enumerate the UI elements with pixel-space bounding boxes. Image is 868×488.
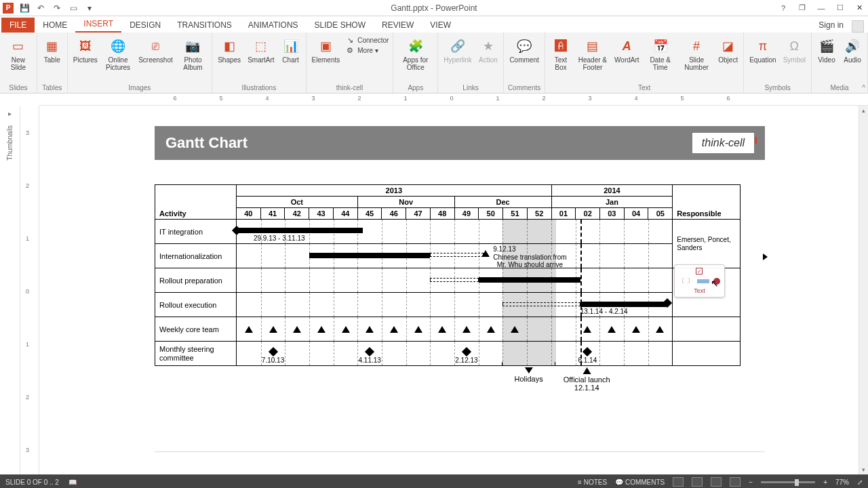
apps-button[interactable]: 🧩Apps for Office [397, 35, 433, 73]
ribbon-display-icon[interactable]: ❐ [796, 3, 808, 14]
tab-design[interactable]: DESIGN [121, 18, 169, 33]
undo-icon[interactable]: ↶ [35, 3, 46, 14]
group-thinkcell-label: think-cell [336, 84, 363, 92]
activity-intl: Internationalization [155, 244, 237, 268]
chart-button[interactable]: 📊Chart [280, 35, 302, 66]
tab-home[interactable]: HOME [35, 18, 75, 33]
comments-button[interactable]: 💬 COMMENTS [615, 479, 665, 486]
week-52: 52 [527, 208, 551, 220]
group-slides-label: Slides [9, 84, 27, 92]
timeline-intl[interactable]: 9.12.13Chinese translation from Mr. Whu … [237, 244, 673, 268]
tab-insert[interactable]: INSERT [75, 16, 121, 33]
timeline-it[interactable]: 29.9.13 - 3.11.13 [237, 220, 673, 244]
zoom-slider[interactable] [761, 481, 815, 483]
responsible-rollout[interactable]: ✓〔 〕Text↖ [673, 268, 741, 317]
photo-album-button[interactable]: 📷Photo Album [178, 35, 208, 73]
app-icon: P [3, 3, 14, 14]
minimize-icon[interactable]: — [815, 3, 827, 14]
slideshow-view-icon[interactable] [730, 477, 741, 487]
ribbon: ▭New Slide Slides ▦Table Tables 🖼Picture… [0, 33, 868, 94]
screenshot-button[interactable]: ⎚Screenshot [137, 35, 174, 66]
timeline-monthly[interactable]: 7.10.134.11.132.12.136.1.14 [237, 342, 673, 366]
sign-in[interactable]: Sign in [810, 18, 852, 33]
symbol-button[interactable]: ΩSymbol [782, 35, 807, 66]
timeline-rollprep[interactable] [237, 268, 673, 293]
gantt-chart[interactable]: Activity 2013 2014 Responsible Oct Nov D… [155, 184, 765, 400]
sorter-view-icon[interactable] [692, 477, 703, 487]
group-images-label: Images [129, 84, 151, 92]
scroll-up-icon[interactable]: ▴ [859, 107, 868, 114]
wordart-button[interactable]: AWordArt [613, 35, 641, 66]
month-oct: Oct [237, 197, 358, 208]
slide-canvas[interactable]: Gantt Chart think-cell Activity 2013 201… [39, 106, 868, 474]
notes-button[interactable]: ≡ NOTES [578, 479, 607, 486]
tab-animations[interactable]: ANIMATIONS [240, 18, 307, 33]
slide-number-button[interactable]: #Slide Number [680, 35, 713, 73]
user-avatar-icon[interactable] [852, 20, 864, 33]
qat-more-icon[interactable]: ▾ [84, 3, 95, 14]
thumbnails-label: Thumbnails [6, 125, 14, 161]
zoom-level[interactable]: 77% [835, 479, 849, 486]
textbox-button[interactable]: 🅰Text Box [549, 35, 572, 73]
normal-view-icon[interactable] [673, 477, 684, 487]
zoom-out-icon[interactable]: − [749, 479, 753, 486]
table-button[interactable]: ▦Table [41, 35, 63, 66]
save-icon[interactable]: 💾 [19, 3, 30, 14]
ribbon-tabs: FILE HOME INSERT DESIGN TRANSITIONS ANIM… [0, 16, 868, 33]
checkbox-icon[interactable]: ✓ [696, 268, 703, 274]
collapse-ribbon-icon[interactable]: ^ [862, 84, 865, 92]
context-toolbar[interactable]: ✓〔 〕Text [674, 264, 725, 298]
week-05: 05 [648, 208, 673, 220]
week-46: 46 [382, 208, 406, 220]
equation-button[interactable]: πEquation [748, 35, 777, 66]
comment-button[interactable]: 💬Comment [508, 35, 540, 66]
bar-icon[interactable] [697, 279, 709, 283]
timeline-weekly[interactable] [237, 317, 673, 342]
header-footer-button[interactable]: ▤Header & Footer [576, 35, 609, 73]
week-41: 41 [260, 208, 285, 220]
maximize-icon[interactable]: ☐ [834, 3, 846, 14]
elements-button[interactable]: ▣Elements [311, 35, 342, 66]
help-icon[interactable]: ? [777, 3, 789, 14]
bracket-icon[interactable]: 〔 〕 [679, 277, 693, 285]
status-bar: SLIDE 0 OF 0 .. 2 📖 ≡ NOTES 💬 COMMENTS −… [0, 474, 868, 488]
spellcheck-icon[interactable]: 📖 [68, 479, 77, 486]
reading-view-icon[interactable] [711, 477, 722, 487]
tab-transitions[interactable]: TRANSITIONS [169, 18, 240, 33]
scroll-down-icon[interactable]: ▾ [859, 466, 868, 473]
week-47: 47 [406, 208, 431, 220]
expand-thumbnails-icon[interactable]: ▸ [8, 110, 12, 117]
new-slide-button[interactable]: ▭New Slide [4, 35, 33, 73]
audio-button[interactable]: 🔊Audio [842, 35, 863, 66]
file-tab[interactable]: FILE [1, 18, 35, 33]
fit-window-icon[interactable]: ⤢ [857, 479, 863, 486]
pictures-button[interactable]: 🖼Pictures [72, 35, 99, 66]
video-button[interactable]: 🎬Video [816, 35, 837, 66]
action-button[interactable]: ★Action [477, 35, 499, 66]
title-bar: P 💾 ↶ ↷ ▭ ▾ Gantt.pptx - PowerPoint ? ❐ … [0, 0, 868, 16]
smartart-button[interactable]: ⬚SmartArt [246, 35, 275, 66]
more-button[interactable]: ⚙More ▾ [345, 45, 389, 55]
zoom-in-icon[interactable]: + [823, 479, 827, 486]
group-tables-label: Tables [42, 84, 62, 92]
handle-icon[interactable] [713, 278, 720, 285]
shapes-button[interactable]: ◧Shapes [216, 35, 242, 66]
redo-icon[interactable]: ↷ [52, 3, 62, 14]
activity-rollprep: Rollout preparation [155, 268, 237, 293]
vertical-scrollbar[interactable]: ▴ ▾ [859, 106, 868, 474]
notes-separator[interactable] [155, 451, 765, 452]
close-icon[interactable]: ✕ [853, 3, 865, 14]
start-show-icon[interactable]: ▭ [68, 3, 79, 14]
tab-view[interactable]: VIEW [422, 18, 459, 33]
date-time-button[interactable]: 📅Date & Time [645, 35, 676, 73]
tab-review[interactable]: REVIEW [374, 18, 422, 33]
tab-slideshow[interactable]: SLIDE SHOW [307, 18, 374, 33]
timeline-rollexec[interactable]: 13.1.14 - 4.2.14 [237, 293, 673, 317]
hyperlink-button[interactable]: 🔗Hyperlink [442, 35, 473, 66]
week-02: 02 [576, 208, 600, 220]
online-pictures-button[interactable]: 🌐Online Pictures [103, 35, 133, 73]
object-button[interactable]: ◪Object [717, 35, 739, 66]
connector-button[interactable]: ↘Connector [345, 35, 389, 45]
slide[interactable]: Gantt Chart think-cell Activity 2013 201… [155, 126, 765, 400]
text-label[interactable]: Text [694, 287, 705, 294]
